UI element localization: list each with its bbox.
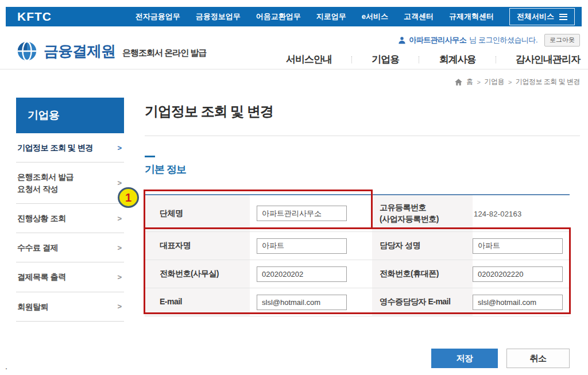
topnav-item-bill-exchange[interactable]: 어음교환업무	[256, 11, 301, 22]
receipt-email-input[interactable]	[473, 295, 563, 310]
logout-button[interactable]: 로그아웃	[544, 34, 580, 47]
stray-dot: .	[5, 362, 7, 371]
save-button[interactable]: 저장	[431, 349, 498, 368]
hamburger-icon	[559, 12, 567, 21]
sidebar-item-label: 기업정보 조회 및 변경	[17, 142, 93, 153]
registration-number-label: 고유등록번호 (사업자등록번호)	[372, 195, 473, 231]
kftc-globe-icon	[16, 40, 38, 62]
header-divider	[0, 69, 588, 69]
nav-corporate[interactable]: 기업용	[372, 53, 399, 66]
breadcrumb-separator: >	[508, 79, 512, 86]
form-row-representative: 대표자명 담당자 성명	[145, 232, 570, 260]
cancel-button[interactable]: 취소	[506, 349, 570, 368]
nav-auditor-admin[interactable]: 감사인내관리자	[516, 53, 580, 66]
representative-name-input[interactable]	[257, 238, 347, 254]
top-navigation-bar: KFTC 전자금융업무 금융정보업무 어음교환업무 지로업무 e서비스 고객센터…	[6, 7, 582, 26]
representative-name-label: 대표자명	[145, 232, 250, 260]
breadcrumb-home[interactable]: 홈	[466, 77, 473, 87]
org-name-input[interactable]	[257, 206, 347, 221]
sidebar-item-label: 결제목록 출력	[17, 271, 65, 283]
breadcrumb-current: 기업정보 조회 및 변경	[516, 77, 580, 87]
mobile-phone-input[interactable]	[473, 266, 563, 282]
home-icon	[455, 79, 462, 86]
topnav-item-electronic-finance[interactable]: 전자금융업무	[136, 11, 180, 22]
login-status: 아파트관리사무소 님 로그인하셨습니다. 로그아웃	[398, 34, 580, 47]
user-icon	[398, 36, 406, 44]
topnav-item-eservice[interactable]: e서비스	[362, 11, 388, 22]
breadcrumb-separator: >	[477, 79, 481, 86]
sidebar-title: 기업용	[16, 98, 124, 133]
chevron-right-icon: >	[117, 273, 122, 281]
email-input[interactable]	[257, 295, 347, 310]
sidebar-item-fee-payment[interactable]: 수수료 결제 >	[16, 233, 124, 262]
breadcrumb-corporate[interactable]: 기업용	[485, 77, 505, 87]
all-services-label: 전체서비스	[517, 11, 554, 22]
site-logo[interactable]: 금융결제원 은행조회서 온라인 발급	[16, 40, 206, 62]
sidebar: 기업용 기업정보 조회 및 변경 > 은행조회서 발급 요청서 작성 > 진행상…	[16, 98, 124, 322]
kftc-brand-logo[interactable]: KFTC	[17, 10, 52, 24]
registration-number-value: 124-82-02163	[473, 210, 521, 218]
manager-name-label: 담당자 성명	[372, 232, 473, 260]
all-services-button[interactable]: 전체서비스	[509, 8, 575, 25]
topnav-item-customer-center[interactable]: 고객센터	[404, 11, 434, 22]
receipt-email-label: 영수증담당자 E-mail	[372, 288, 473, 316]
breadcrumb: 홈 > 기업용 > 기업정보 조회 및 변경	[455, 77, 580, 87]
form-row-org-name: 단체명 고유등록번호 (사업자등록번호) 124-82-02163	[145, 195, 570, 232]
nav-divider	[419, 56, 419, 63]
sidebar-item-label: 진행상황 조회	[17, 212, 65, 224]
top-nav: 전자금융업무 금융정보업무 어음교환업무 지로업무 e서비스 고객센터 규제개혁…	[136, 8, 575, 25]
topnav-item-financial-info[interactable]: 금융정보업무	[196, 11, 241, 22]
org-name-label: 단체명	[145, 195, 250, 231]
basic-info-section-header: 기본 정보	[145, 156, 580, 176]
mobile-phone-label: 전화번호(휴대폰)	[372, 260, 473, 288]
annotation-badge-1: 1	[118, 187, 139, 208]
logo-text: 금융결제원	[44, 41, 115, 61]
main-content: 기업정보 조회 및 변경 기본 정보 단체명 고유등록번호 (사업자등록번호) …	[145, 102, 580, 368]
sidebar-item-label: 회원탈퇴	[17, 301, 48, 312]
basic-info-form: 단체명 고유등록번호 (사업자등록번호) 124-82-02163 대표자명 담…	[145, 194, 570, 316]
topnav-item-giro[interactable]: 지로업무	[316, 11, 346, 22]
office-phone-input[interactable]	[257, 266, 347, 282]
section-title: 기본 정보	[145, 163, 580, 176]
sidebar-item-withdraw[interactable]: 회원탈퇴 >	[16, 292, 124, 322]
sidebar-item-request-form[interactable]: 은행조회서 발급 요청서 작성 >	[16, 163, 124, 204]
nav-service-guide[interactable]: 서비스안내	[286, 53, 332, 66]
form-actions: 저장 취소	[145, 349, 570, 368]
chevron-right-icon: >	[117, 302, 122, 311]
manager-name-input[interactable]	[473, 238, 563, 254]
login-user-name: 아파트관리사무소	[409, 35, 466, 45]
nav-divider	[351, 56, 352, 63]
chevron-right-icon: >	[117, 243, 122, 252]
sidebar-item-progress[interactable]: 진행상황 조회 >	[16, 204, 124, 233]
sidebar-item-payment-list[interactable]: 결제목록 출력 >	[16, 262, 124, 292]
sidebar-item-corp-info[interactable]: 기업정보 조회 및 변경 >	[16, 133, 124, 163]
section-dash	[145, 156, 155, 157]
secondary-nav: 서비스안내 기업용 회계사용 감사인내관리자	[286, 53, 580, 66]
login-message: 님 로그인하셨습니다.	[469, 35, 537, 45]
sidebar-item-label: 수수료 결제	[17, 242, 58, 253]
chevron-right-icon: >	[117, 214, 122, 223]
logo-subtitle: 은행조회서 온라인 발급	[122, 48, 206, 59]
kftc-page: KFTC 전자금융업무 금융정보업무 어음교환업무 지로업무 e서비스 고객센터…	[0, 0, 588, 375]
topnav-item-regulation-center[interactable]: 규제개혁센터	[449, 11, 494, 22]
chevron-right-icon: >	[117, 144, 122, 152]
form-row-phone: 전화번호(사무실) 전화번호(휴대폰)	[145, 260, 570, 288]
title-divider	[145, 136, 580, 136]
sidebar-item-label: 은행조회서 발급 요청서 작성	[17, 171, 74, 195]
form-row-email: E-mail 영수증담당자 E-mail	[145, 288, 570, 316]
email-label: E-mail	[145, 288, 250, 316]
nav-accountant[interactable]: 회계사용	[439, 53, 476, 66]
chevron-right-icon: >	[117, 179, 122, 187]
page-title: 기업정보 조회 및 변경	[145, 102, 580, 121]
nav-divider	[496, 56, 496, 63]
office-phone-label: 전화번호(사무실)	[145, 260, 250, 288]
